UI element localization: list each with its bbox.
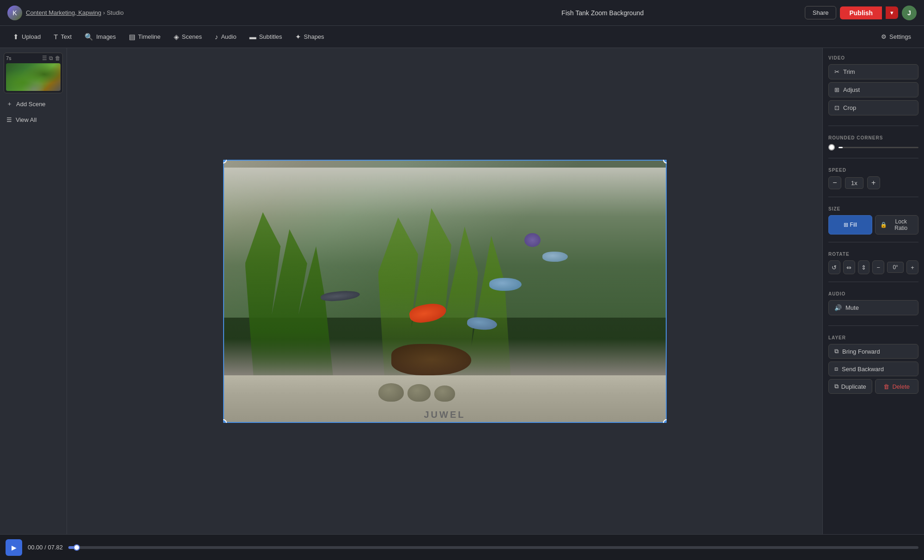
scene-delete-icon[interactable]: 🗑 [55, 55, 61, 61]
fill-icon: ⊞ [844, 222, 848, 228]
flip-h-button[interactable]: ⇔ [843, 260, 855, 274]
rock-2 [407, 384, 431, 402]
slider-fill [839, 147, 843, 148]
audio-button[interactable]: ♪ Audio [209, 30, 242, 43]
rotate-section: ROTATE ↺ ⇔ ⇕ − 0° + [828, 252, 918, 274]
breadcrumb: Content Marketing, Kapwing › Studio [26, 9, 124, 16]
brand-logo: K [7, 6, 22, 20]
audio-section: AUDIO 🔊 Mute [828, 291, 918, 318]
text-button[interactable]: T Text [48, 30, 77, 43]
rock-1 [378, 383, 404, 402]
add-scene-button[interactable]: ＋ Add Scene [4, 98, 63, 110]
speed-decrease-button[interactable]: − [828, 176, 841, 189]
fish-tank-scene: JUWEL [223, 160, 667, 423]
fish-blue3 [542, 252, 568, 262]
speed-control: − 1x + [828, 176, 918, 189]
bring-forward-button[interactable]: ⧉ Bring Forward [828, 344, 918, 359]
add-scene-icon: ＋ [6, 100, 12, 108]
share-button[interactable]: Share [805, 6, 837, 19]
top-actions: Share Publish ▾ J [805, 6, 917, 20]
video-section: VIDEO ✂ Trim ⊞ Adjust ⊡ Crop [828, 55, 918, 118]
trim-icon: ✂ [834, 68, 839, 75]
scene-copy-icon[interactable]: ⧉ [49, 55, 53, 61]
settings-button[interactable]: ⚙ Settings [875, 30, 917, 43]
project-title: Fish Tank Zoom Background [406, 9, 799, 17]
trim-button[interactable]: ✂ Trim [828, 64, 918, 79]
logo-area: K Content Marketing, Kapwing › Studio [7, 6, 401, 20]
crop-icon: ⊡ [834, 104, 839, 111]
send-backward-button[interactable]: ⧈ Send Backward [828, 361, 918, 376]
left-sidebar: 7s ☰ ⧉ 🗑 ＋ Add Scene ☰ View All [0, 48, 67, 534]
duplicate-button[interactable]: ⧉ Duplicate [828, 379, 872, 394]
text-icon: T [54, 33, 58, 41]
scene-thumbnail[interactable]: 7s ☰ ⧉ 🗑 [4, 53, 63, 93]
layer-section: LAYER ⧉ Bring Forward ⧈ Send Backward ⧉ … [828, 335, 918, 394]
toolbar: ⬆ Upload T Text 🔍 Images ▤ Timeline ◈ Sc… [0, 26, 924, 48]
user-avatar[interactable]: J [902, 6, 917, 20]
bottom-actions: ⧉ Duplicate 🗑 Delete [828, 379, 918, 394]
delete-icon: 🗑 [883, 383, 889, 390]
scenes-icon: ◈ [174, 33, 179, 41]
speed-increase-button[interactable]: + [867, 176, 880, 189]
rotate-controls: ↺ ⇔ ⇕ − 0° + [828, 260, 918, 274]
juwel-label: JUWEL [424, 409, 466, 420]
mute-button[interactable]: 🔊 Mute [828, 300, 918, 315]
fill-button[interactable]: ⊞ Fill [828, 215, 872, 235]
timeline: ▶ 00.00 / 07.82 [0, 534, 924, 560]
settings-icon: ⚙ [881, 33, 887, 40]
play-button[interactable]: ▶ [6, 539, 22, 556]
bring-forward-icon: ⧉ [834, 348, 839, 355]
rotate-ccw-button[interactable]: ↺ [828, 260, 840, 274]
fish-blue1 [489, 278, 522, 291]
breadcrumb-link[interactable]: Content Marketing, Kapwing [26, 9, 101, 16]
upload-button[interactable]: ⬆ Upload [7, 30, 46, 44]
flip-v-button[interactable]: ⇕ [858, 260, 870, 274]
time-display: 00.00 / 07.82 [28, 544, 63, 551]
scene-thumb-header: 7s ☰ ⧉ 🗑 [6, 55, 61, 61]
scenes-button[interactable]: ◈ Scenes [168, 30, 207, 44]
slider-track[interactable] [839, 147, 918, 148]
right-panel: VIDEO ✂ Trim ⊞ Adjust ⊡ Crop ROUNDED COR… [822, 48, 924, 534]
top-bar: K Content Marketing, Kapwing › Studio Fi… [0, 0, 924, 26]
timeline-icon: ▤ [129, 33, 135, 41]
scene-list-icon: ☰ [42, 55, 47, 61]
adjust-button[interactable]: ⊞ Adjust [828, 82, 918, 97]
speed-value: 1x [845, 177, 863, 189]
lock-ratio-button[interactable]: 🔒 Lock Ratio [875, 215, 919, 235]
shapes-icon: ✦ [295, 33, 301, 41]
publish-button[interactable]: Publish [840, 6, 882, 19]
duplicate-icon: ⧉ [834, 383, 839, 390]
slider-handle[interactable] [828, 144, 835, 151]
timeline-track[interactable] [68, 546, 918, 549]
images-button[interactable]: 🔍 Images [79, 30, 122, 44]
rounded-corners-slider [828, 144, 918, 151]
rotate-minus-button[interactable]: − [872, 260, 884, 274]
scene-duration: 7s [6, 55, 12, 61]
rotate-value: 0° [887, 262, 904, 273]
rounded-corners-section: ROUNDED CORNERS [828, 135, 918, 151]
images-icon: 🔍 [85, 33, 93, 41]
rock-3 [434, 385, 455, 402]
subtitles-icon: ▬ [249, 33, 256, 41]
view-all-button[interactable]: ☰ View All [4, 114, 63, 125]
upload-icon: ⬆ [13, 33, 19, 41]
rotate-plus-button[interactable]: + [906, 260, 918, 274]
canvas-wrapper: JUWEL ↻ [223, 160, 667, 423]
subtitles-button[interactable]: ▬ Subtitles [244, 30, 288, 43]
size-buttons: ⊞ Fill 🔒 Lock Ratio [828, 215, 918, 235]
speed-section: SPEED − 1x + [828, 168, 918, 189]
timeline-scrubber[interactable] [73, 544, 80, 551]
size-section: SIZE ⊞ Fill 🔒 Lock Ratio [828, 206, 918, 235]
send-backward-icon: ⧈ [834, 365, 838, 373]
crop-button[interactable]: ⊡ Crop [828, 100, 918, 115]
adjust-icon: ⊞ [834, 86, 839, 93]
canvas-video[interactable]: JUWEL ↻ [223, 160, 667, 423]
delete-button[interactable]: 🗑 Delete [875, 379, 919, 394]
publish-caret-button[interactable]: ▾ [886, 6, 898, 19]
lock-ratio-icon: 🔒 [880, 222, 887, 228]
timeline-button[interactable]: ▤ Timeline [123, 30, 166, 44]
shapes-button[interactable]: ✦ Shapes [290, 30, 330, 44]
main-area: 7s ☰ ⧉ 🗑 ＋ Add Scene ☰ View All [0, 48, 924, 534]
view-all-icon: ☰ [6, 116, 12, 123]
audio-icon: ♪ [215, 33, 219, 41]
